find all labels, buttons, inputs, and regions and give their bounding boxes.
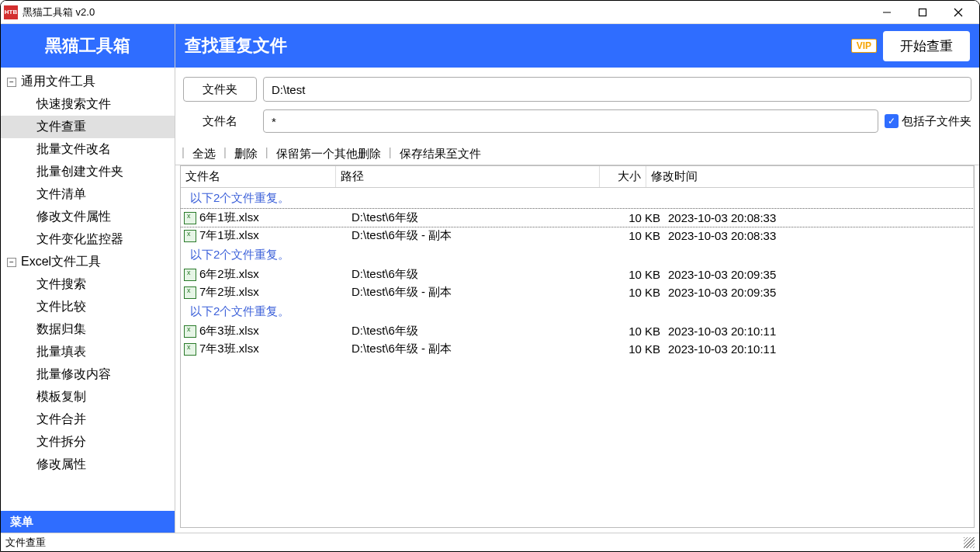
sidebar-tree[interactable]: −通用文件工具快速搜索文件文件查重批量文件改名批量创建文件夹文件清单修改文件属性… — [1, 68, 175, 511]
sidebar-item[interactable]: 文件拆分 — [1, 431, 175, 453]
sidebar-item[interactable]: 数据归集 — [1, 318, 175, 341]
filename-pattern-input[interactable] — [263, 109, 878, 133]
sidebar-brand: 黑猫工具箱 — [1, 24, 175, 68]
file-name-cell: 7年2班.xlsx — [199, 285, 351, 300]
col-header-path[interactable]: 路径 — [336, 166, 600, 187]
delete-action[interactable]: 删除 — [230, 145, 262, 163]
file-path-cell: D:\test\6年级 - 副本 — [351, 285, 615, 300]
excel-file-icon — [184, 343, 196, 356]
file-row[interactable]: 6年2班.xlsxD:\test\6年级10 KB2023-10-03 20:0… — [181, 266, 974, 283]
window-title: 黑猫工具箱 v2.0 — [23, 5, 869, 19]
duplicate-group-header: 以下2个文件重复。 — [181, 245, 974, 266]
file-path-cell: D:\test\6年级 — [351, 324, 615, 338]
include-subfolders-checkbox[interactable]: ✓ 包括子文件夹 — [885, 114, 971, 129]
start-dedupe-button[interactable]: 开始查重 — [883, 31, 970, 61]
file-path-cell: D:\test\6年级 — [351, 267, 615, 282]
status-bar: 文件查重 — [1, 533, 979, 551]
sidebar-footer-menu[interactable]: 菜单 — [1, 511, 175, 533]
sidebar-item[interactable]: 文件变化监控器 — [1, 228, 175, 251]
sidebar-item[interactable]: 快速搜索文件 — [1, 93, 175, 116]
keep-first-delete-rest-action[interactable]: 保留第一个其他删除 — [272, 145, 386, 163]
sidebar-item[interactable]: 批量修改内容 — [1, 363, 175, 386]
maximize-button[interactable] — [905, 1, 940, 24]
collapse-icon[interactable]: − — [7, 78, 16, 87]
tree-group-label: 通用文件工具 — [21, 74, 95, 90]
excel-file-icon — [184, 325, 196, 338]
col-header-name[interactable]: 文件名 — [181, 166, 336, 187]
duplicate-group-header: 以下2个文件重复。 — [181, 301, 974, 322]
file-date-cell: 2023-10-03 20:09:35 — [660, 268, 974, 281]
app-window: HTB 黑猫工具箱 v2.0 黑猫工具箱 −通用文件工具快速搜索文件文件查重批量… — [0, 0, 980, 552]
file-name-cell: 7年1班.xlsx — [199, 228, 351, 243]
file-row[interactable]: 7年1班.xlsxD:\test\6年级 - 副本10 KB2023-10-03… — [181, 227, 974, 245]
file-size-cell: 10 KB — [615, 211, 660, 224]
excel-file-icon — [184, 286, 196, 299]
file-name-cell: 7年3班.xlsx — [199, 342, 351, 356]
sidebar-item[interactable]: 批量创建文件夹 — [1, 161, 175, 183]
file-path-cell: D:\test\6年级 — [351, 210, 615, 225]
results-toolbar: | 全选 | 删除 | 保留第一个其他删除 | 保存结果至文件 — [175, 144, 979, 165]
sidebar-item[interactable]: 文件查重 — [1, 116, 175, 138]
file-size-cell: 10 KB — [615, 325, 660, 338]
col-header-size[interactable]: 大小 — [600, 166, 646, 187]
file-date-cell: 2023-10-03 20:09:35 — [660, 286, 974, 299]
main-panel: 查找重复文件 VIP 开始查重 文件夹 文件名 ✓ 包括子文件夹 — [175, 24, 979, 533]
sidebar-item[interactable]: 文件搜索 — [1, 273, 175, 296]
file-name-cell: 6年1班.xlsx — [199, 210, 351, 225]
file-date-cell: 2023-10-03 20:10:11 — [660, 325, 974, 338]
page-title: 查找重复文件 — [185, 34, 851, 57]
app-logo-icon: HTB — [4, 5, 18, 19]
file-size-cell: 10 KB — [615, 268, 660, 281]
choose-folder-button[interactable]: 文件夹 — [183, 77, 257, 102]
file-name-cell: 6年3班.xlsx — [199, 324, 351, 338]
file-date-cell: 2023-10-03 20:08:33 — [660, 229, 974, 242]
minimize-button[interactable] — [869, 1, 905, 24]
file-row[interactable]: 6年3班.xlsxD:\test\6年级10 KB2023-10-03 20:1… — [181, 322, 974, 340]
duplicate-group-header: 以下2个文件重复。 — [181, 188, 974, 209]
excel-file-icon — [184, 230, 196, 242]
file-path-cell: D:\test\6年级 - 副本 — [351, 342, 615, 356]
sidebar-item[interactable]: 批量文件改名 — [1, 138, 175, 161]
file-row[interactable]: 7年3班.xlsxD:\test\6年级 - 副本10 KB2023-10-03… — [181, 340, 974, 358]
file-name-cell: 6年2班.xlsx — [199, 267, 351, 282]
save-results-action[interactable]: 保存结果至文件 — [395, 145, 486, 163]
tree-group[interactable]: −Excel文件工具 — [1, 251, 175, 273]
folder-path-input[interactable] — [263, 77, 971, 102]
sidebar-item[interactable]: 文件比较 — [1, 296, 175, 318]
tree-group[interactable]: −通用文件工具 — [1, 71, 175, 93]
close-button[interactable] — [940, 1, 976, 24]
excel-file-icon — [184, 212, 196, 224]
tree-group-label: Excel文件工具 — [21, 254, 101, 270]
filename-label: 文件名 — [183, 114, 257, 129]
sidebar-item[interactable]: 文件合并 — [1, 408, 175, 431]
checkbox-checked-icon: ✓ — [885, 114, 899, 128]
file-date-cell: 2023-10-03 20:08:33 — [660, 211, 974, 224]
sidebar-item[interactable]: 修改属性 — [1, 453, 175, 476]
resize-grip-icon[interactable] — [964, 537, 975, 548]
svg-rect-1 — [919, 9, 926, 16]
search-form: 文件夹 文件名 ✓ 包括子文件夹 — [175, 68, 979, 144]
select-all-action[interactable]: 全选 — [188, 145, 220, 163]
file-row[interactable]: 6年1班.xlsxD:\test\6年级10 KB2023-10-03 20:0… — [181, 209, 974, 227]
file-row[interactable]: 7年2班.xlsxD:\test\6年级 - 副本10 KB2023-10-03… — [181, 283, 974, 301]
sidebar-item[interactable]: 文件清单 — [1, 183, 175, 206]
sidebar-item[interactable]: 修改文件属性 — [1, 206, 175, 228]
col-header-date[interactable]: 修改时间 — [646, 166, 974, 187]
vip-badge: VIP — [851, 39, 877, 53]
file-size-cell: 10 KB — [615, 342, 660, 356]
sidebar: 黑猫工具箱 −通用文件工具快速搜索文件文件查重批量文件改名批量创建文件夹文件清单… — [1, 24, 175, 533]
status-text: 文件查重 — [5, 536, 46, 550]
file-date-cell: 2023-10-03 20:10:11 — [660, 342, 974, 356]
sidebar-item[interactable]: 批量填表 — [1, 341, 175, 363]
include-subfolders-label: 包括子文件夹 — [902, 114, 971, 129]
sidebar-item[interactable]: 模板复制 — [1, 386, 175, 408]
results-list[interactable]: 文件名 路径 大小 修改时间 以下2个文件重复。6年1班.xlsxD:\test… — [180, 165, 975, 528]
collapse-icon[interactable]: − — [7, 258, 16, 267]
file-size-cell: 10 KB — [615, 229, 660, 242]
excel-file-icon — [184, 269, 196, 281]
results-header: 文件名 路径 大小 修改时间 — [181, 166, 974, 188]
titlebar: HTB 黑猫工具箱 v2.0 — [1, 1, 979, 24]
file-path-cell: D:\test\6年级 - 副本 — [351, 228, 615, 243]
main-header: 查找重复文件 VIP 开始查重 — [175, 24, 979, 68]
file-size-cell: 10 KB — [615, 286, 660, 299]
